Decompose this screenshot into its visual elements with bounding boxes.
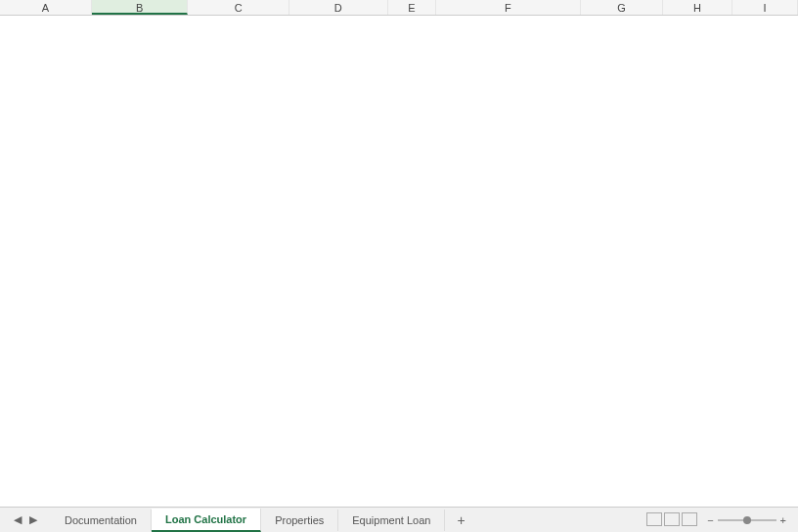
col-header-F[interactable]: F bbox=[436, 0, 581, 15]
tab-properties[interactable]: Properties bbox=[261, 510, 338, 531]
col-header-C[interactable]: C bbox=[188, 0, 289, 15]
col-header-E[interactable]: E bbox=[388, 0, 436, 15]
column-headers: A B C D E F G H I bbox=[0, 0, 798, 16]
sheet-tab-bar: ◀ ▶ Documentation Loan Calculator Proper… bbox=[0, 507, 798, 532]
col-header-A[interactable]: A bbox=[0, 0, 92, 15]
tab-equipment-loan[interactable]: Equipment Loan bbox=[338, 510, 445, 531]
tab-documentation[interactable]: Documentation bbox=[51, 510, 152, 531]
tab-nav-prev-icon[interactable]: ◀ bbox=[10, 513, 25, 526]
spreadsheet-area: A B C D E F G H I New Office Building Lo… bbox=[0, 0, 798, 16]
zoom-out-icon[interactable]: − bbox=[707, 514, 713, 526]
col-header-I[interactable]: I bbox=[732, 0, 798, 15]
zoom-slider[interactable]: − + bbox=[707, 514, 786, 526]
col-header-H[interactable]: H bbox=[663, 0, 732, 15]
col-header-G[interactable]: G bbox=[581, 0, 663, 15]
zoom-in-icon[interactable]: + bbox=[780, 514, 786, 526]
tab-nav-next-icon[interactable]: ▶ bbox=[25, 513, 41, 526]
add-sheet-button[interactable]: + bbox=[445, 512, 476, 528]
col-header-D[interactable]: D bbox=[289, 0, 388, 15]
view-buttons[interactable] bbox=[644, 512, 697, 528]
col-header-B[interactable]: B bbox=[92, 0, 189, 15]
tab-loan-calculator[interactable]: Loan Calculator bbox=[152, 509, 261, 532]
